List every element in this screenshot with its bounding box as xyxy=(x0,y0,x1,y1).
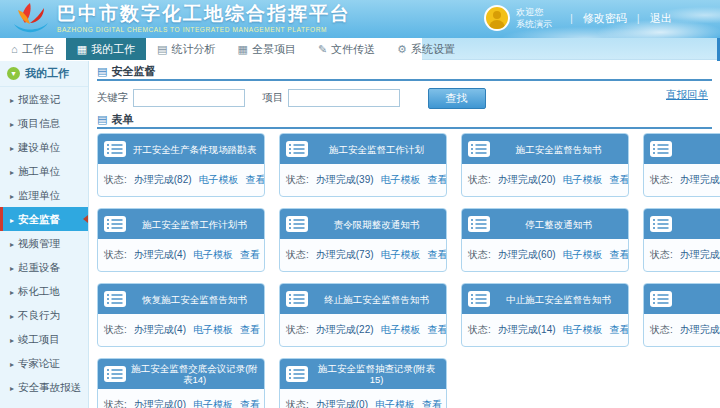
sidebar-item-contractor-unit[interactable]: ▸施工单位 xyxy=(0,159,88,183)
sidebar-item-report-registration[interactable]: ▸报监登记 xyxy=(0,87,88,111)
sidebar-item-construction-unit[interactable]: ▸建设单位 xyxy=(0,135,88,159)
form-card[interactable]: 责令限期整改通知书 状态: 办理完成(73) 电子模板查看 xyxy=(279,208,447,272)
sidebar-item-supervision-unit[interactable]: ▸监理单位 xyxy=(0,183,88,207)
form-card-title: 中止施工安全监督告知书 xyxy=(495,294,622,305)
keyword-label: 关键字 xyxy=(97,91,129,105)
status-value: 办理完成(39) xyxy=(316,173,374,187)
status-value: 办理完成(73) xyxy=(316,248,374,262)
template-link[interactable]: 电子模板 xyxy=(381,173,421,187)
view-link[interactable]: 查看 xyxy=(422,398,442,408)
template-link[interactable]: 电子模板 xyxy=(193,323,233,337)
main-nav: ⌂ 工作台 ▦ 我的工作 ▤ 统计分析 ▦ 全景项目 ✎ 文件传送 ⚙ 系统设置 xyxy=(0,38,720,60)
template-link[interactable]: 电子模板 xyxy=(375,398,415,408)
user-avatar[interactable] xyxy=(484,5,510,31)
form-card[interactable]: 安全文 状态: 办理完成( xyxy=(643,283,720,347)
tab-file-transfer[interactable]: ✎ 文件传送 xyxy=(307,38,386,60)
view-link[interactable]: 查看 xyxy=(610,248,629,262)
sidebar-item-standardized-site[interactable]: ▸标化工地 xyxy=(0,279,88,303)
form-card[interactable]: 施工安全监督工作计划 状态: 办理完成(39) 电子模板查看 xyxy=(279,133,447,197)
sidebar-header[interactable]: ▼ 我的工作 xyxy=(0,61,88,87)
template-link[interactable]: 电子模板 xyxy=(199,173,239,187)
tab-label: 我的工作 xyxy=(91,42,135,57)
form-card-header: 终止施工安全监督告知书 xyxy=(280,284,446,314)
status-value: 办理完成( xyxy=(680,173,720,187)
form-card-title: 安全 xyxy=(677,144,720,155)
template-link[interactable]: 电子模板 xyxy=(563,323,603,337)
status-value: 办理完成(0) xyxy=(134,398,186,408)
sidebar-item-label: 竣工项目 xyxy=(18,333,60,345)
project-input[interactable] xyxy=(288,89,400,107)
direct-report-link[interactable]: 直报回单 xyxy=(666,88,708,102)
form-list-icon xyxy=(650,216,672,232)
view-link[interactable]: 查看 xyxy=(610,323,629,337)
form-card[interactable]: 施工安全监督交底会议记录(附表14) 状态: 办理完成(0) 电子模板查看 xyxy=(97,358,265,408)
sidebar-item-video-management[interactable]: ▸视频管理 xyxy=(0,231,88,255)
view-link[interactable]: 查看 xyxy=(610,173,629,187)
tab-panorama-projects[interactable]: ▦ 全景项目 xyxy=(226,38,306,60)
keyword-input[interactable] xyxy=(133,89,245,107)
form-list-icon xyxy=(104,216,126,232)
status-label: 状态: xyxy=(104,398,127,408)
form-list-icon xyxy=(468,291,490,307)
template-link[interactable]: 电子模板 xyxy=(381,248,421,262)
status-label: 状态: xyxy=(468,323,491,337)
sidebar-item-accident-report[interactable]: ▸安全事故报送 xyxy=(0,375,88,399)
welcome-line1: 欢迎您 xyxy=(516,6,552,18)
tab-my-work[interactable]: ▦ 我的工作 xyxy=(66,38,146,60)
sidebar-item-project-info[interactable]: ▸项目信息 xyxy=(0,111,88,135)
form-list-icon xyxy=(104,291,126,307)
view-link[interactable]: 查看 xyxy=(240,323,260,337)
tab-workbench[interactable]: ⌂ 工作台 xyxy=(0,38,66,60)
form-card[interactable]: 停工整改通知书 状态: 办理完成(60) 电子模板查看 xyxy=(461,208,629,272)
header-links: | 修改密码 | 退出 xyxy=(570,11,672,26)
status-value: 办理完成(22) xyxy=(316,323,374,337)
view-link[interactable]: 查看 xyxy=(428,248,447,262)
view-link[interactable]: 查看 xyxy=(428,173,447,187)
form-card[interactable]: 施工安全监督抽查记录(附表15) 状态: 办理完成(0) 电子模板查看 xyxy=(279,358,447,408)
form-card-status-row: 状态: 办理完成(4) 电子模板查看 xyxy=(98,239,264,271)
form-card[interactable]: 终止施工安全监督告知书 状态: 办理完成(22) 电子模板查看 xyxy=(279,283,447,347)
chart-icon: ▤ xyxy=(157,43,167,56)
sidebar-item-completed-projects[interactable]: ▸竣工项目 xyxy=(0,327,88,351)
view-link[interactable]: 查看 xyxy=(240,398,260,408)
form-card[interactable]: 中止施工安全监督告知书 状态: 办理完成(14) 电子模板查看 xyxy=(461,283,629,347)
view-link[interactable]: 查看 xyxy=(428,323,447,337)
sidebar-item-lifting-equipment[interactable]: ▸起重设备 xyxy=(0,255,88,279)
page: 巴中市数字化工地综合指挥平台 BAZHONG DIGITAL CHEMCALS … xyxy=(0,0,720,408)
form-section-icon: ▤ xyxy=(97,66,107,77)
template-link[interactable]: 电子模板 xyxy=(381,323,421,337)
search-button[interactable]: 查找 xyxy=(428,88,486,109)
section-forms-title: 表单 xyxy=(111,112,133,127)
template-link[interactable]: 电子模板 xyxy=(563,173,603,187)
view-link[interactable]: 查看 xyxy=(246,173,265,187)
template-link[interactable]: 电子模板 xyxy=(563,248,603,262)
sidebar-item-bad-behavior[interactable]: ▸不良行为 xyxy=(0,303,88,327)
tab-stats-analysis[interactable]: ▤ 统计分析 xyxy=(146,38,226,60)
form-card[interactable]: 恢复施工安全监督告知书 状态: 办理完成(4) 电子模板查看 xyxy=(97,283,265,347)
triangle-right-icon: ▸ xyxy=(10,168,14,177)
template-link[interactable]: 电子模板 xyxy=(193,248,233,262)
sidebar: ▼ 我的工作 ▸报监登记 ▸项目信息 ▸建设单位 ▸施工单位 ▸监理单位 ▸安全… xyxy=(0,61,89,408)
sidebar-item-expert-review[interactable]: ▸专家论证 xyxy=(0,351,88,375)
form-card[interactable]: 开工安全生产条件现场踏勘表 状态: 办理完成(82) 电子模板查看 xyxy=(97,133,265,197)
form-card[interactable]: 施工安全监督告知书 状态: 办理完成(20) 电子模板查看 xyxy=(461,133,629,197)
tab-label: 工作台 xyxy=(22,42,55,57)
template-link[interactable]: 电子模板 xyxy=(193,398,233,408)
form-card[interactable]: 安全 状态: 办理完成( xyxy=(643,133,720,197)
status-label: 状态: xyxy=(650,248,673,262)
form-card[interactable]: 施工安全监督工作计划书 状态: 办理完成(4) 电子模板查看 xyxy=(97,208,265,272)
form-card-status-row: 状态: 办理完成( xyxy=(644,239,720,271)
form-card[interactable]: 复 状态: 办理完成( xyxy=(643,208,720,272)
tab-system-settings[interactable]: ⚙ 系统设置 xyxy=(386,38,466,60)
separator: | xyxy=(570,12,573,24)
view-link[interactable]: 查看 xyxy=(240,248,260,262)
separator: | xyxy=(637,12,640,24)
sidebar-item-safety-supervision[interactable]: ▸安全监督 xyxy=(0,207,88,231)
form-card-title: 责令限期整改通知书 xyxy=(313,219,440,230)
change-password-link[interactable]: 修改密码 xyxy=(583,11,627,26)
logout-link[interactable]: 退出 xyxy=(650,11,672,26)
triangle-right-icon: ▸ xyxy=(10,120,14,129)
home-icon: ⌂ xyxy=(11,43,18,55)
form-card-status-row: 状态: 办理完成(14) 电子模板查看 xyxy=(462,314,628,346)
status-label: 状态: xyxy=(468,248,491,262)
